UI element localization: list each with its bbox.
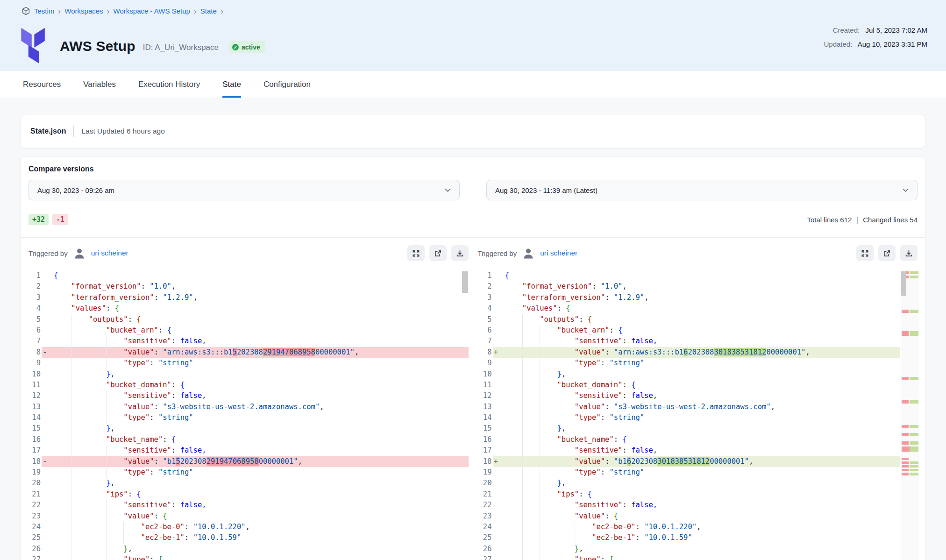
line-sign: [42, 544, 48, 554]
indent-guide: [106, 445, 107, 456]
scrollbar[interactable]: [462, 271, 468, 293]
scrollbar[interactable]: [901, 271, 906, 296]
line-number: 27: [27, 554, 42, 560]
line-sign: [42, 511, 48, 522]
indent-guide: [540, 347, 540, 358]
external-link-icon: [883, 249, 891, 257]
ruler-added-marker: [910, 469, 918, 471]
indent-guide: [106, 544, 107, 554]
line-sign: [42, 292, 48, 303]
indent-guide: [575, 522, 575, 532]
breadcrumb-item-workspaces[interactable]: Workspaces: [64, 7, 103, 15]
indent-guide: [540, 402, 540, 412]
breadcrumb-item-state[interactable]: State: [200, 7, 217, 15]
indent-guide: [557, 347, 557, 358]
indent-guide: [71, 369, 71, 380]
line-sign: [42, 325, 48, 336]
code-line: 18-"value": "b15202308291947068958000000…: [27, 456, 469, 467]
indent-guide: [89, 456, 89, 467]
tab-variables[interactable]: Variables: [83, 71, 116, 98]
code-line: 17"sensitive": false,: [27, 445, 469, 456]
line-sign: [493, 445, 499, 456]
line-number: 24: [27, 522, 42, 532]
line-sign: [42, 434, 48, 445]
line-sign: [42, 478, 48, 489]
indent-guide: [540, 412, 540, 423]
line-number: 3: [478, 292, 493, 303]
ruler-removed-marker: [902, 461, 909, 464]
download-icon: [905, 249, 913, 257]
changed-lines-text: Changed lines 54: [863, 216, 918, 224]
breadcrumb-item-testim[interactable]: Testim: [34, 7, 54, 15]
code-line: 4"values": {: [27, 303, 469, 314]
diff-pane-right[interactable]: 1{2"format_version": "1.0",3"terraform_v…: [478, 270, 920, 560]
ruler-removed-marker: [902, 331, 909, 336]
code-line: 5"outputs": {: [478, 314, 920, 325]
page-title: AWS Setup: [60, 38, 135, 54]
code-line: 19"type": "string": [27, 467, 469, 478]
line-number: 20: [478, 478, 493, 489]
indent-guide: [522, 434, 523, 445]
indent-guide: [540, 544, 540, 554]
compare-versions-heading: Compare versions: [28, 165, 918, 173]
line-number: 10: [478, 369, 493, 380]
file-name: State.json: [30, 127, 66, 135]
triggered-by-label: Triggered by: [28, 249, 68, 257]
line-number: 7: [478, 336, 493, 347]
tab-state[interactable]: State: [222, 71, 241, 98]
indent-guide: [106, 402, 107, 412]
download-button[interactable]: [900, 245, 918, 261]
version-select-left[interactable]: Aug 30, 2023 - 09:26 am: [28, 180, 460, 200]
download-button[interactable]: [451, 245, 469, 261]
ruler-added-marker: [910, 441, 918, 445]
tab-execution-history[interactable]: Execution History: [138, 71, 200, 98]
triggered-by-user-link[interactable]: uri scheiner: [91, 249, 128, 257]
indent-guide: [89, 380, 89, 390]
page-header: Testim › Workspaces › Workspace - AWS Se…: [0, 0, 946, 71]
code-line: 11"bucket_domain": {: [478, 380, 920, 390]
code-line: 1{: [478, 270, 920, 281]
line-sign: [493, 336, 499, 347]
divider: |: [856, 216, 858, 224]
line-sign: [42, 390, 48, 401]
indent-guide: [522, 347, 523, 358]
line-sign: [493, 412, 499, 423]
indent-guide: [71, 522, 71, 532]
breadcrumb-item-workspace-aws-setup[interactable]: Workspace - AWS Setup: [114, 7, 190, 15]
line-number: 17: [478, 445, 493, 456]
open-in-new-tab-button[interactable]: [878, 245, 896, 261]
line-number: 5: [27, 314, 42, 325]
line-sign: [42, 532, 48, 543]
indent-guide: [89, 369, 89, 380]
line-sign: [493, 522, 499, 532]
line-number: 2: [478, 281, 493, 292]
indent-guide: [522, 336, 523, 347]
open-in-new-tab-button[interactable]: [429, 245, 447, 261]
ruler-removed-marker: [902, 458, 909, 460]
tab-resources[interactable]: Resources: [23, 71, 61, 98]
indent-guide: [540, 489, 540, 500]
breadcrumb-separator: ›: [58, 7, 61, 15]
line-number: 15: [478, 423, 493, 434]
tab-configuration[interactable]: Configuration: [263, 71, 311, 98]
line-number: 9: [478, 358, 493, 369]
version-select-right[interactable]: Aug 30, 2023 - 11:39 am (Latest): [486, 180, 918, 200]
fullscreen-button[interactable]: [856, 245, 874, 261]
indent-guide: [522, 456, 523, 467]
line-number: 11: [27, 380, 42, 390]
breadcrumb: Testim › Workspaces › Workspace - AWS Se…: [21, 7, 223, 15]
created-value: Jul 5, 2023 7:02 AM: [865, 26, 927, 34]
line-number: 1: [27, 270, 42, 281]
triggered-by-user-link[interactable]: uri scheiner: [540, 249, 577, 257]
line-number: 4: [27, 303, 42, 314]
line-sign: [42, 489, 48, 500]
line-sign: [42, 314, 48, 325]
fullscreen-button[interactable]: [407, 245, 425, 261]
indent-guide: [89, 325, 89, 336]
indent-guide: [106, 347, 107, 358]
line-sign: [42, 270, 48, 281]
indent-guide: [71, 489, 71, 500]
ruler-added-marker: [910, 271, 918, 274]
diff-pane-left[interactable]: 1{2"format_version": "1.0",3"terraform_v…: [27, 270, 469, 560]
indent-guide: [540, 369, 540, 380]
